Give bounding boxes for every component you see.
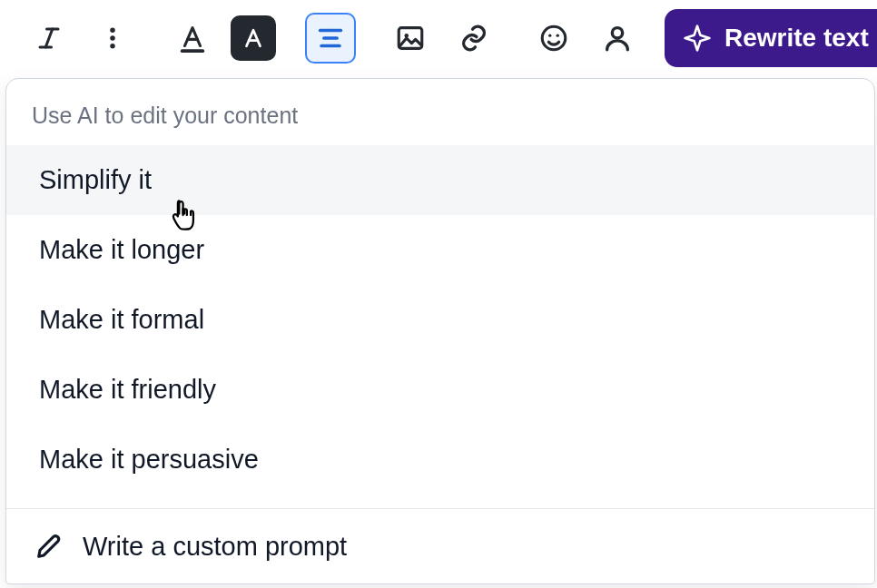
dropdown-item-label: Make it longer bbox=[39, 235, 204, 265]
toolbar: Rewrite text bbox=[0, 0, 877, 78]
pencil-icon bbox=[34, 531, 64, 562]
custom-prompt-label: Write a custom prompt bbox=[83, 532, 347, 562]
svg-point-4 bbox=[110, 35, 115, 41]
dropdown-header: Use AI to edit your content bbox=[6, 79, 874, 145]
toolbar-group-color bbox=[154, 13, 289, 64]
dropdown-item-label: Make it formal bbox=[39, 305, 204, 335]
dropdown-item-persuasive[interactable]: Make it persuasive bbox=[6, 425, 874, 495]
svg-line-2 bbox=[45, 29, 53, 47]
rewrite-text-button[interactable]: Rewrite text bbox=[665, 9, 877, 67]
rewrite-text-label: Rewrite text bbox=[724, 24, 869, 53]
custom-prompt-button[interactable]: Write a custom prompt bbox=[6, 508, 874, 583]
toolbar-group-text bbox=[16, 13, 151, 64]
dropdown-item-formal[interactable]: Make it formal bbox=[6, 285, 874, 355]
mention-user-button[interactable] bbox=[592, 13, 643, 64]
dropdown-list: Simplify it Make it longer Make it forma… bbox=[6, 145, 874, 508]
image-button[interactable] bbox=[385, 13, 436, 64]
dropdown-item-label: Simplify it bbox=[39, 165, 152, 195]
svg-point-5 bbox=[110, 44, 115, 49]
toolbar-group-insert bbox=[372, 13, 512, 64]
dropdown-item-longer[interactable]: Make it longer bbox=[6, 215, 874, 285]
dropdown-item-label: Make it friendly bbox=[39, 375, 216, 405]
italic-button[interactable] bbox=[24, 13, 74, 64]
svg-point-14 bbox=[542, 26, 566, 50]
ai-rewrite-dropdown: Use AI to edit your content Simplify it … bbox=[5, 78, 875, 584]
text-color-button[interactable] bbox=[167, 13, 218, 64]
sparkle-icon bbox=[683, 24, 712, 53]
dropdown-item-label: Make it persuasive bbox=[39, 445, 259, 475]
align-center-button[interactable] bbox=[305, 13, 356, 64]
dropdown-item-simplify[interactable]: Simplify it bbox=[6, 145, 874, 215]
toolbar-group-align bbox=[292, 13, 369, 64]
svg-point-16 bbox=[557, 34, 559, 36]
highlight-color-button[interactable] bbox=[231, 15, 276, 61]
dropdown-item-friendly[interactable]: Make it friendly bbox=[6, 355, 874, 425]
link-button[interactable] bbox=[448, 13, 499, 64]
svg-point-3 bbox=[110, 28, 115, 34]
toolbar-group-people bbox=[516, 13, 655, 64]
emoji-button[interactable] bbox=[528, 13, 579, 64]
more-options-button[interactable] bbox=[87, 13, 138, 64]
svg-point-17 bbox=[612, 28, 622, 38]
svg-point-15 bbox=[548, 34, 551, 36]
